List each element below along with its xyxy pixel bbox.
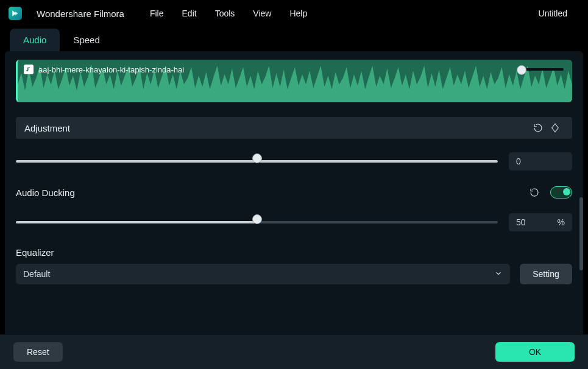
document-title: Untitled — [539, 9, 579, 18]
equalizer-selected-value: Default — [23, 269, 50, 279]
adjustment-value: 0 — [516, 156, 521, 166]
tab-speed[interactable]: Speed — [60, 29, 113, 51]
reset-button[interactable]: Reset — [13, 342, 63, 362]
audio-ducking-toggle[interactable] — [550, 186, 572, 199]
menu-view[interactable]: View — [253, 9, 271, 18]
app-logo — [9, 7, 22, 20]
keyframe-icon — [550, 122, 561, 133]
equalizer-section: Equalizer Default Setting — [16, 247, 572, 284]
toggle-dot — [563, 188, 570, 195]
scrollbar-thumb[interactable] — [579, 197, 583, 270]
footer-bar: Reset OK — [0, 334, 588, 369]
music-note-icon — [24, 65, 34, 74]
audio-panel: aaj-bhi-mere-khayalon-ki-tapish-zinda-ha… — [5, 51, 583, 343]
audio-ducking-value-field[interactable]: 50 % — [509, 213, 572, 231]
equalizer-setting-button[interactable]: Setting — [520, 264, 572, 284]
reset-button-label: Reset — [27, 347, 49, 357]
adjustment-reset-button[interactable] — [530, 119, 547, 136]
audio-ducking-label: Audio Ducking — [16, 188, 75, 198]
menu-help[interactable]: Help — [289, 9, 307, 18]
audio-ducking-slider[interactable] — [16, 217, 498, 227]
menubar: Wondershare Filmora File Edit Tools View… — [0, 0, 588, 27]
adjustment-label: Adjustment — [24, 123, 70, 133]
audio-ducking-slider-row: 50 % — [16, 213, 572, 231]
menu-edit[interactable]: Edit — [182, 9, 197, 18]
menu-file[interactable]: File — [150, 9, 164, 18]
reset-icon — [533, 122, 544, 133]
equalizer-preset-select[interactable]: Default — [16, 264, 510, 284]
audio-clip[interactable]: aaj-bhi-mere-khayalon-ki-tapish-zinda-ha… — [16, 60, 572, 102]
adjustment-slider[interactable] — [16, 156, 498, 166]
tab-bar: Audio Speed — [0, 27, 588, 51]
adjustment-section-header: Adjustment — [16, 117, 572, 139]
ok-button[interactable]: OK — [495, 342, 575, 362]
audio-ducking-header: Audio Ducking — [16, 184, 572, 201]
audio-ducking-value: 50 — [516, 217, 526, 227]
app-brand: Wondershare Filmora — [37, 9, 124, 19]
adjustment-slider-row: 0 — [16, 152, 572, 170]
adjustment-value-field[interactable]: 0 — [509, 152, 572, 170]
equalizer-label: Equalizer — [16, 247, 572, 258]
audio-ducking-unit: % — [558, 217, 565, 227]
equalizer-setting-label: Setting — [533, 269, 559, 279]
clip-name: aaj-bhi-mere-khayalon-ki-tapish-zinda-ha… — [38, 65, 184, 74]
audio-ducking-reset-button[interactable] — [526, 184, 543, 201]
ok-button-label: OK — [529, 347, 541, 357]
chevron-down-icon — [494, 269, 503, 279]
adjustment-keyframe-button[interactable] — [547, 119, 564, 136]
reset-icon — [529, 187, 540, 198]
filmora-logo-icon — [11, 9, 19, 18]
menu-tools[interactable]: Tools — [215, 9, 235, 18]
clip-volume-slider[interactable] — [518, 68, 564, 71]
menu-items: File Edit Tools View Help — [150, 9, 307, 18]
tab-audio[interactable]: Audio — [10, 29, 60, 51]
